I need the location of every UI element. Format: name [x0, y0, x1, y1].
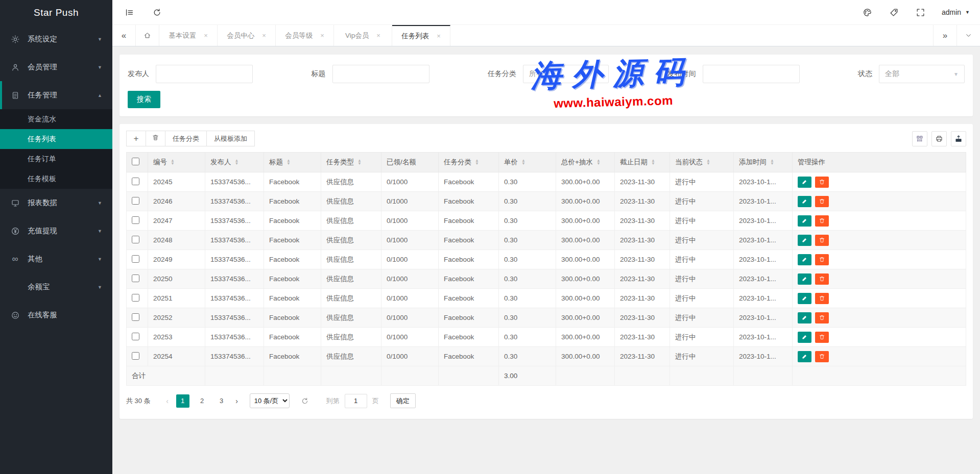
row-checkbox[interactable]: [132, 197, 139, 205]
fullscreen-icon[interactable]: [915, 7, 926, 18]
sort-toggle[interactable]: ▲▼: [651, 159, 655, 165]
sort-toggle[interactable]: ▲▼: [171, 159, 175, 165]
row-checkbox[interactable]: [132, 275, 139, 282]
delete-button[interactable]: [815, 254, 829, 265]
delete-button[interactable]: [815, 312, 829, 323]
column-settings-button[interactable]: [912, 131, 927, 146]
sidebar-item-others[interactable]: ∞其他▼: [0, 245, 112, 273]
task-category-select[interactable]: 所有 ▼: [523, 65, 609, 83]
row-checkbox[interactable]: [132, 255, 139, 263]
sidebar-item-recharge-withdraw[interactable]: 充值提现▼: [0, 217, 112, 245]
row-checkbox[interactable]: [132, 313, 139, 321]
sort-toggle[interactable]: ▲▼: [357, 159, 362, 165]
tabs-menu-button[interactable]: [957, 25, 980, 46]
sidebar-item-yuebao[interactable]: 余额宝▼: [0, 273, 112, 301]
tab-close-icon[interactable]: ×: [262, 32, 266, 39]
sidebar-item-task-list[interactable]: 任务列表: [0, 129, 112, 149]
sort-toggle[interactable]: ▲▼: [596, 159, 601, 165]
print-button[interactable]: [931, 131, 947, 146]
tab-close-icon[interactable]: ×: [437, 32, 441, 40]
column-header-inner: 编号▲▼: [153, 158, 175, 167]
tabs-scroll-left-button[interactable]: «: [112, 25, 136, 46]
edit-button[interactable]: [798, 273, 811, 285]
cell-category: Facebook: [439, 250, 499, 269]
sidebar-item-online-service[interactable]: 在线客服: [0, 301, 112, 329]
tab-会员等级[interactable]: 会员等级×: [276, 25, 334, 46]
task-category-button[interactable]: 任务分类: [165, 131, 207, 146]
delete-button[interactable]: [815, 235, 829, 246]
page-number-1[interactable]: 1: [176, 394, 189, 408]
delete-selected-button[interactable]: [146, 131, 165, 146]
sidebar-item-system-settings[interactable]: 系统设定▼: [0, 25, 112, 53]
pager-refresh-icon[interactable]: [299, 395, 311, 407]
search-button[interactable]: 搜索: [128, 91, 160, 108]
row-checkbox[interactable]: [132, 333, 139, 340]
row-checkbox[interactable]: [132, 294, 139, 302]
sort-toggle[interactable]: ▲▼: [521, 159, 525, 165]
tab-close-icon[interactable]: ×: [320, 32, 324, 39]
export-button[interactable]: [951, 131, 966, 146]
sidebar-item-fund-flow[interactable]: 资金流水: [0, 109, 112, 129]
publisher-input[interactable]: [156, 65, 253, 83]
goto-page-input[interactable]: [345, 394, 367, 408]
edit-button[interactable]: [798, 235, 811, 246]
delete-button[interactable]: [815, 293, 829, 304]
delete-button[interactable]: [815, 177, 829, 188]
edit-button[interactable]: [798, 196, 811, 207]
palette-icon[interactable]: [862, 7, 873, 18]
table-row: 20246153374536...Facebook供应信息0/1000Faceb…: [127, 192, 966, 211]
edit-button[interactable]: [798, 351, 811, 362]
sidebar-item-report-data[interactable]: 报表数据▼: [0, 189, 112, 217]
row-checkbox[interactable]: [132, 236, 139, 243]
tab-基本设置[interactable]: 基本设置×: [159, 25, 218, 46]
row-checkbox[interactable]: [132, 352, 139, 360]
edit-button[interactable]: [798, 332, 811, 343]
next-page-button[interactable]: ›: [231, 397, 243, 405]
trash-icon: [152, 134, 159, 144]
tab-close-icon[interactable]: ×: [204, 32, 208, 39]
sort-toggle[interactable]: ▲▼: [286, 159, 291, 165]
add-from-template-button[interactable]: 从模板添加: [206, 131, 255, 146]
delete-button[interactable]: [815, 351, 829, 362]
sort-toggle[interactable]: ▲▼: [475, 159, 479, 165]
publish-time-input[interactable]: [703, 65, 800, 83]
row-checkbox[interactable]: [132, 216, 139, 224]
sort-toggle[interactable]: ▲▼: [235, 159, 239, 165]
edit-button[interactable]: [798, 312, 811, 323]
tag-icon[interactable]: [889, 7, 900, 18]
sort-toggle[interactable]: ▲▼: [706, 159, 710, 165]
status-select[interactable]: 全部 ▼: [879, 65, 965, 83]
page-size-select[interactable]: 10 条/页: [250, 393, 290, 408]
add-task-button[interactable]: +: [126, 131, 146, 146]
tabs-scroll-right-button[interactable]: »: [933, 25, 957, 46]
user-menu[interactable]: admin ▼: [942, 8, 970, 16]
sidebar-item-task-management[interactable]: 任务管理▲: [0, 81, 112, 109]
tab-会员中心[interactable]: 会员中心×: [218, 25, 276, 46]
page-number-2[interactable]: 2: [196, 394, 209, 408]
title-input[interactable]: [332, 65, 429, 83]
edit-button[interactable]: [798, 293, 811, 304]
tab-任务列表[interactable]: 任务列表×: [392, 25, 450, 46]
row-checkbox[interactable]: [132, 178, 139, 185]
tab-list: 基本设置×会员中心×会员等级×Vip会员×任务列表×: [159, 25, 450, 46]
sidebar-item-member-management[interactable]: 会员管理▼: [0, 53, 112, 81]
sort-toggle[interactable]: ▲▼: [770, 159, 774, 165]
sidebar-item-task-templates[interactable]: 任务模板: [0, 169, 112, 189]
sidebar-item-task-orders[interactable]: 任务订单: [0, 149, 112, 169]
refresh-icon[interactable]: [151, 7, 162, 18]
tab-close-icon[interactable]: ×: [376, 32, 380, 39]
delete-button[interactable]: [815, 273, 829, 285]
tab-Vip会员[interactable]: Vip会员×: [334, 25, 392, 46]
home-tab-button[interactable]: [136, 25, 159, 46]
edit-button[interactable]: [798, 177, 811, 188]
prev-page-button[interactable]: ‹: [162, 397, 173, 405]
edit-button[interactable]: [798, 215, 811, 227]
delete-button[interactable]: [815, 332, 829, 343]
page-number-3[interactable]: 3: [215, 394, 228, 408]
goto-confirm-button[interactable]: 确定: [390, 393, 416, 408]
delete-button[interactable]: [815, 196, 829, 207]
collapse-sidebar-icon[interactable]: [124, 7, 135, 18]
edit-button[interactable]: [798, 254, 811, 265]
delete-button[interactable]: [815, 215, 829, 227]
select-all-checkbox[interactable]: [132, 158, 139, 165]
